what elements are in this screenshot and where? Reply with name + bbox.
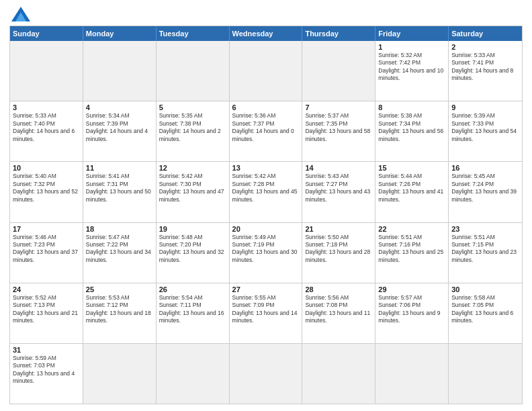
day-number: 11 bbox=[86, 164, 153, 172]
top-section bbox=[9, 7, 523, 21]
day-info: Sunrise: 5:53 AM Sunset: 7:12 PM Dayligh… bbox=[86, 294, 153, 325]
day-number: 20 bbox=[232, 225, 300, 233]
calendar-cell-r3c6: 23Sunrise: 5:51 AM Sunset: 7:15 PM Dayli… bbox=[449, 223, 522, 283]
calendar-row-1: 3Sunrise: 5:33 AM Sunset: 7:40 PM Daylig… bbox=[10, 101, 522, 161]
day-info: Sunrise: 5:51 AM Sunset: 7:15 PM Dayligh… bbox=[451, 234, 519, 265]
day-info: Sunrise: 5:40 AM Sunset: 7:32 PM Dayligh… bbox=[13, 173, 80, 203]
day-info: Sunrise: 5:41 AM Sunset: 7:31 PM Dayligh… bbox=[86, 173, 153, 203]
day-number: 29 bbox=[378, 285, 445, 293]
day-number: 13 bbox=[232, 164, 300, 172]
calendar: SundayMondayTuesdayWednesdayThursdayFrid… bbox=[9, 26, 523, 404]
calendar-cell-r5c6 bbox=[449, 344, 522, 404]
day-number: 4 bbox=[86, 103, 153, 111]
calendar-cell-r2c4: 14Sunrise: 5:43 AM Sunset: 7:27 PM Dayli… bbox=[302, 162, 375, 222]
calendar-row-4: 24Sunrise: 5:52 AM Sunset: 7:13 PM Dayli… bbox=[10, 283, 522, 343]
day-number: 28 bbox=[305, 285, 372, 293]
day-number: 21 bbox=[305, 225, 372, 233]
day-info: Sunrise: 5:46 AM Sunset: 7:23 PM Dayligh… bbox=[13, 234, 80, 265]
day-info: Sunrise: 5:35 AM Sunset: 7:38 PM Dayligh… bbox=[159, 112, 226, 143]
calendar-cell-r0c2 bbox=[157, 41, 230, 101]
logo-area bbox=[9, 7, 30, 21]
day-number: 16 bbox=[451, 164, 519, 172]
day-info: Sunrise: 5:54 AM Sunset: 7:11 PM Dayligh… bbox=[159, 294, 226, 325]
page: SundayMondayTuesdayWednesdayThursdayFrid… bbox=[0, 0, 532, 411]
day-info: Sunrise: 5:42 AM Sunset: 7:30 PM Dayligh… bbox=[159, 173, 226, 203]
calendar-cell-r4c4: 28Sunrise: 5:56 AM Sunset: 7:08 PM Dayli… bbox=[302, 283, 375, 343]
day-info: Sunrise: 5:56 AM Sunset: 7:08 PM Dayligh… bbox=[305, 294, 372, 325]
calendar-cell-r0c4 bbox=[302, 41, 375, 101]
calendar-cell-r2c6: 16Sunrise: 5:45 AM Sunset: 7:24 PM Dayli… bbox=[449, 162, 522, 222]
header-day-thursday: Thursday bbox=[302, 26, 375, 41]
day-number: 6 bbox=[232, 103, 300, 111]
day-number: 10 bbox=[13, 164, 80, 172]
calendar-cell-r2c1: 11Sunrise: 5:41 AM Sunset: 7:31 PM Dayli… bbox=[83, 162, 157, 222]
day-info: Sunrise: 5:36 AM Sunset: 7:37 PM Dayligh… bbox=[232, 112, 300, 143]
calendar-cell-r3c0: 17Sunrise: 5:46 AM Sunset: 7:23 PM Dayli… bbox=[10, 223, 83, 283]
day-info: Sunrise: 5:45 AM Sunset: 7:24 PM Dayligh… bbox=[451, 173, 519, 203]
calendar-row-5: 31Sunrise: 5:59 AM Sunset: 7:03 PM Dayli… bbox=[10, 343, 522, 404]
calendar-cell-r0c6: 2Sunrise: 5:33 AM Sunset: 7:41 PM Daylig… bbox=[449, 41, 522, 101]
day-number: 15 bbox=[378, 164, 445, 172]
header-day-saturday: Saturday bbox=[449, 26, 522, 41]
day-number: 19 bbox=[159, 225, 226, 233]
day-number: 9 bbox=[451, 103, 519, 111]
day-info: Sunrise: 5:55 AM Sunset: 7:09 PM Dayligh… bbox=[232, 294, 300, 325]
header-day-wednesday: Wednesday bbox=[230, 26, 303, 41]
day-number: 27 bbox=[232, 285, 300, 293]
day-info: Sunrise: 5:58 AM Sunset: 7:05 PM Dayligh… bbox=[451, 294, 519, 325]
calendar-cell-r4c1: 25Sunrise: 5:53 AM Sunset: 7:12 PM Dayli… bbox=[83, 283, 157, 343]
day-number: 22 bbox=[378, 225, 445, 233]
calendar-cell-r1c5: 8Sunrise: 5:38 AM Sunset: 7:34 PM Daylig… bbox=[375, 101, 449, 161]
day-info: Sunrise: 5:47 AM Sunset: 7:22 PM Dayligh… bbox=[86, 234, 153, 265]
logo-icon bbox=[11, 7, 30, 21]
header-day-monday: Monday bbox=[83, 26, 157, 41]
calendar-cell-r4c5: 29Sunrise: 5:57 AM Sunset: 7:06 PM Dayli… bbox=[375, 283, 449, 343]
logo-text bbox=[9, 7, 30, 21]
calendar-body: 1Sunrise: 5:32 AM Sunset: 7:42 PM Daylig… bbox=[10, 41, 522, 404]
calendar-cell-r5c4 bbox=[302, 344, 375, 404]
calendar-cell-r3c2: 19Sunrise: 5:48 AM Sunset: 7:20 PM Dayli… bbox=[157, 223, 230, 283]
calendar-cell-r4c6: 30Sunrise: 5:58 AM Sunset: 7:05 PM Dayli… bbox=[449, 283, 522, 343]
day-number: 26 bbox=[159, 285, 226, 293]
day-number: 30 bbox=[451, 285, 519, 293]
day-number: 25 bbox=[86, 285, 153, 293]
calendar-cell-r0c1 bbox=[83, 41, 157, 101]
day-number: 3 bbox=[13, 103, 80, 111]
day-info: Sunrise: 5:42 AM Sunset: 7:28 PM Dayligh… bbox=[232, 173, 300, 203]
calendar-cell-r1c6: 9Sunrise: 5:39 AM Sunset: 7:33 PM Daylig… bbox=[449, 101, 522, 161]
day-info: Sunrise: 5:52 AM Sunset: 7:13 PM Dayligh… bbox=[13, 294, 80, 325]
calendar-cell-r3c4: 21Sunrise: 5:50 AM Sunset: 7:18 PM Dayli… bbox=[302, 223, 375, 283]
day-info: Sunrise: 5:57 AM Sunset: 7:06 PM Dayligh… bbox=[378, 294, 445, 325]
calendar-cell-r1c3: 6Sunrise: 5:36 AM Sunset: 7:37 PM Daylig… bbox=[230, 101, 303, 161]
day-info: Sunrise: 5:43 AM Sunset: 7:27 PM Dayligh… bbox=[305, 173, 372, 203]
calendar-cell-r4c3: 27Sunrise: 5:55 AM Sunset: 7:09 PM Dayli… bbox=[230, 283, 303, 343]
calendar-cell-r5c0: 31Sunrise: 5:59 AM Sunset: 7:03 PM Dayli… bbox=[10, 344, 83, 404]
calendar-cell-r0c0 bbox=[10, 41, 83, 101]
day-info: Sunrise: 5:48 AM Sunset: 7:20 PM Dayligh… bbox=[159, 234, 226, 265]
day-number: 31 bbox=[13, 346, 80, 354]
calendar-cell-r2c3: 13Sunrise: 5:42 AM Sunset: 7:28 PM Dayli… bbox=[230, 162, 303, 222]
calendar-cell-r2c0: 10Sunrise: 5:40 AM Sunset: 7:32 PM Dayli… bbox=[10, 162, 83, 222]
day-info: Sunrise: 5:59 AM Sunset: 7:03 PM Dayligh… bbox=[13, 355, 80, 385]
day-number: 8 bbox=[378, 103, 445, 111]
calendar-cell-r1c1: 4Sunrise: 5:34 AM Sunset: 7:39 PM Daylig… bbox=[83, 101, 157, 161]
calendar-cell-r3c1: 18Sunrise: 5:47 AM Sunset: 7:22 PM Dayli… bbox=[83, 223, 157, 283]
day-info: Sunrise: 5:33 AM Sunset: 7:41 PM Dayligh… bbox=[451, 52, 519, 83]
calendar-cell-r4c2: 26Sunrise: 5:54 AM Sunset: 7:11 PM Dayli… bbox=[157, 283, 230, 343]
day-number: 24 bbox=[13, 285, 80, 293]
day-number: 17 bbox=[13, 225, 80, 233]
day-info: Sunrise: 5:32 AM Sunset: 7:42 PM Dayligh… bbox=[378, 52, 445, 83]
header-day-tuesday: Tuesday bbox=[157, 26, 230, 41]
calendar-cell-r1c4: 7Sunrise: 5:37 AM Sunset: 7:35 PM Daylig… bbox=[302, 101, 375, 161]
day-number: 7 bbox=[305, 103, 372, 111]
day-info: Sunrise: 5:51 AM Sunset: 7:16 PM Dayligh… bbox=[378, 234, 445, 265]
calendar-cell-r0c3 bbox=[230, 41, 303, 101]
day-number: 12 bbox=[159, 164, 226, 172]
calendar-row-3: 17Sunrise: 5:46 AM Sunset: 7:23 PM Dayli… bbox=[10, 222, 522, 283]
calendar-cell-r5c5 bbox=[375, 344, 449, 404]
day-info: Sunrise: 5:37 AM Sunset: 7:35 PM Dayligh… bbox=[305, 112, 372, 143]
day-number: 14 bbox=[305, 164, 372, 172]
day-number: 18 bbox=[86, 225, 153, 233]
calendar-cell-r2c5: 15Sunrise: 5:44 AM Sunset: 7:26 PM Dayli… bbox=[375, 162, 449, 222]
header-day-friday: Friday bbox=[375, 26, 449, 41]
